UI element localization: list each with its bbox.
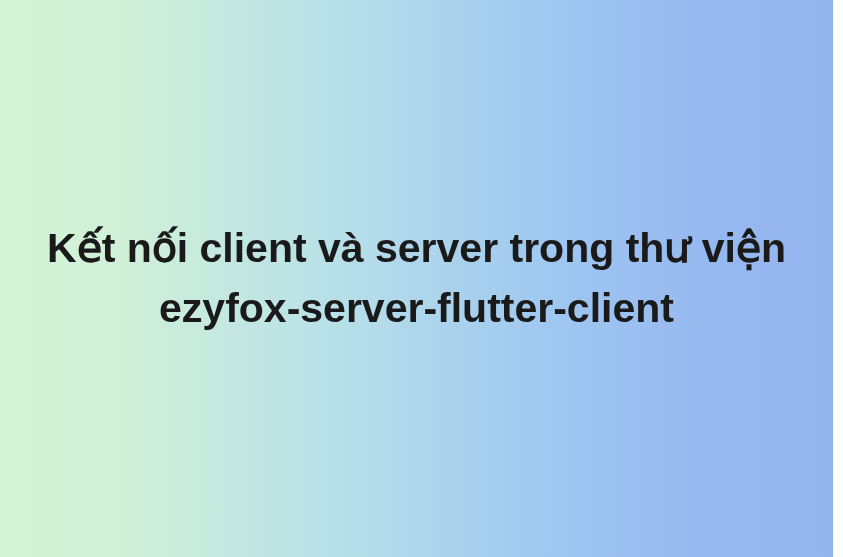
- right-margin: [833, 0, 843, 557]
- gradient-card: Kết nối client và server trong thư viện …: [0, 0, 833, 557]
- card-title: Kết nối client và server trong thư viện …: [40, 219, 793, 338]
